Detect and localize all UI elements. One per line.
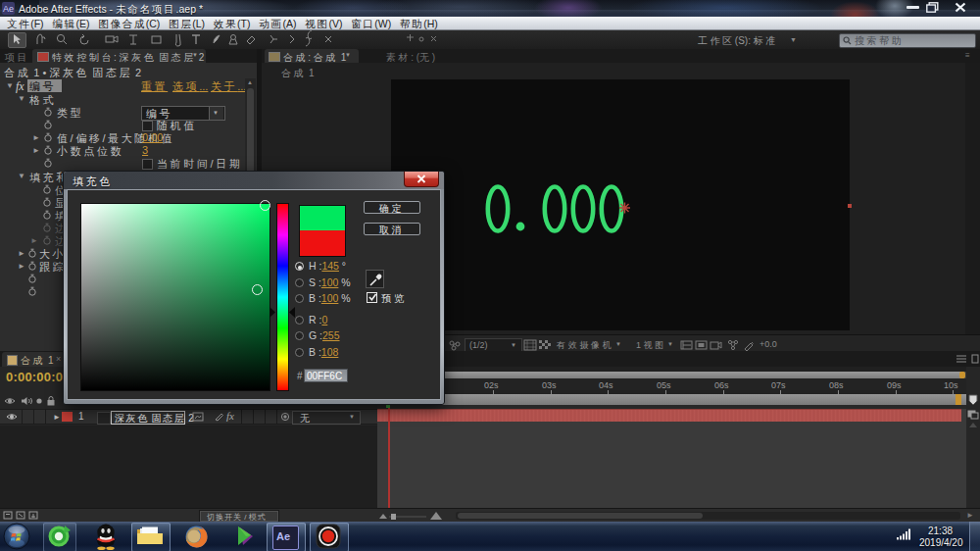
svg-text:Ae: Ae [3,4,14,14]
